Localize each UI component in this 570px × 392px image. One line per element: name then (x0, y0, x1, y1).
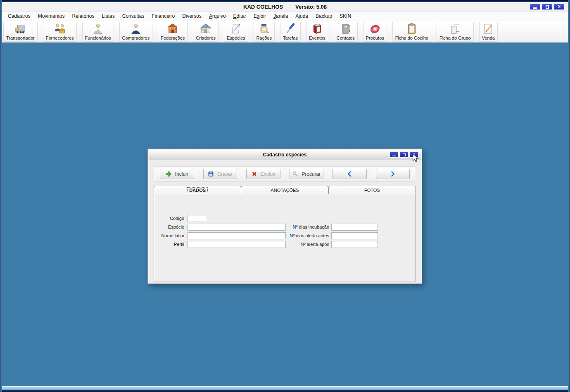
action-button-incluir[interactable]: Incluir (160, 169, 194, 179)
plus-icon (166, 171, 172, 177)
save-disk-icon (208, 171, 214, 177)
toolbar-button-produtos[interactable]: Produtos (363, 22, 387, 42)
toolbar-button-label: Criadores (196, 35, 216, 41)
next-record-button[interactable] (376, 169, 410, 179)
pencil-note-icon (482, 23, 494, 35)
dialog-action-bar: IncluirGravarExcluirProcurar (154, 166, 416, 182)
close-icon: X (413, 153, 415, 157)
input-codigo[interactable] (188, 215, 206, 222)
app-version: Versão: 5.08 (295, 4, 327, 10)
previous-record-button[interactable] (332, 169, 367, 179)
menu-item-exibir[interactable]: Exibir (250, 12, 270, 21)
tab-anotacoes[interactable]: ANOTAÇÕES (241, 186, 328, 194)
toolbar-button-label: Federações (161, 35, 185, 41)
menu-item-relatorios[interactable]: Relatórios (68, 12, 98, 21)
input-n-dias-incubacao[interactable] (331, 224, 378, 231)
toolbar-button-racoes[interactable]: Rações (254, 22, 275, 42)
menu-item-listas[interactable]: Listas (98, 12, 118, 21)
window-frame-right (568, 0, 570, 392)
tab-dados[interactable]: DADOS (154, 186, 241, 194)
field-label-especie: Espécie (154, 223, 184, 231)
form-row: Nome latimNº dias alerta antes (154, 231, 416, 240)
minimize-button[interactable] (530, 4, 541, 10)
note-pen-icon (230, 23, 242, 35)
toolbar-button-tarefas[interactable]: Tarefas (280, 22, 301, 42)
field-label-n-dias-incubacao: Nº dias incubação (286, 223, 329, 231)
tab-label: DADOS (188, 188, 207, 193)
form-row: PerfilNº alerta após (154, 240, 416, 248)
input-especie[interactable] (188, 224, 286, 231)
dialog-title: Cadastro espécies (263, 152, 306, 158)
toolbar-button-transportador[interactable]: Transportador (3, 22, 38, 42)
application-window: KAD COELHOS Versão: 5.08 X CadastrosMovi… (0, 0, 570, 392)
action-button-excluir[interactable]: Excluir (246, 169, 280, 179)
toolbar-button-ficha-do-coelho[interactable]: Ficha do Coelho (392, 22, 431, 42)
toolbar-button-label: Compradores (122, 35, 150, 41)
input-nome-latim[interactable] (188, 232, 286, 239)
clipboard-icon (406, 23, 418, 35)
menu-item-movimentos[interactable]: Movimentos (34, 12, 69, 21)
close-button[interactable]: X (554, 4, 565, 10)
action-button-label: Incluir (175, 171, 188, 177)
delete-x-icon (251, 171, 257, 177)
menu-item-editar[interactable]: Editar (230, 12, 250, 21)
menu-item-diversos[interactable]: Diversos (178, 12, 205, 21)
input-perfil[interactable] (188, 241, 286, 248)
toolbar-button-eventos[interactable]: Eventos (306, 22, 328, 42)
menu-item-skin[interactable]: SKIN (336, 12, 355, 21)
toolbar-button-contatos[interactable]: Contatos (334, 22, 358, 42)
menu-bar: CadastrosMovimentosRelatóriosListasConsu… (2, 12, 568, 21)
toolbar-button-label: Rações (256, 35, 272, 41)
toolbar-button-especies[interactable]: Espécies (224, 22, 248, 42)
window-controls: X (529, 4, 565, 10)
action-button-gravar[interactable]: Gravar (203, 169, 238, 179)
dialog-close-button[interactable]: X (409, 152, 418, 158)
menu-item-financeiro[interactable]: Financeiro (148, 12, 178, 21)
toolbar-button-label: Ficha do Coelho (395, 35, 428, 41)
species-form: CodigoEspécieNº dias incubaçãoNome latim… (154, 214, 416, 249)
buyer-icon (130, 23, 142, 35)
dialog-tabs: DADOSANOTAÇÕESFOTOS (154, 186, 416, 194)
input-n-dias-alerta-antes[interactable] (331, 232, 378, 239)
arrow-left-icon (347, 171, 353, 177)
action-button-label: Procurar (302, 171, 321, 177)
toolbar-button-fornecedores[interactable]: Fornecedores (43, 22, 77, 42)
toolbar-button-criadores[interactable]: Criadores (193, 22, 218, 42)
minimize-icon (392, 156, 396, 156)
form-row: Codigo (154, 214, 416, 222)
dialog-title-bar[interactable]: Cadastro espécies X (149, 150, 421, 160)
maximize-icon (546, 5, 549, 9)
toolbar-button-label: Transportador (6, 35, 35, 41)
menu-item-arquivo[interactable]: Arquivo (205, 12, 230, 21)
menu-item-backup[interactable]: Backup (312, 12, 336, 21)
maximize-button[interactable] (542, 4, 553, 10)
toolbar-button-compradores[interactable]: Compradores (119, 22, 153, 42)
field-label-n-alerta-apos: Nº alerta após (286, 240, 329, 248)
window-frame-left (0, 0, 2, 392)
toolbar-button-federacoes[interactable]: Federações (158, 22, 188, 42)
action-button-procurar[interactable]: Procurar (290, 169, 324, 179)
meat-icon (369, 23, 381, 35)
toolbar-button-venda[interactable]: Venda (479, 22, 498, 42)
menu-item-ajuda[interactable]: Ajuda (292, 12, 312, 21)
dialog-minimize-button[interactable] (390, 152, 399, 158)
tab-fotos[interactable]: FOTOS (328, 186, 416, 194)
screwdriver-icon (284, 23, 297, 35)
field-label-codigo: Codigo (154, 214, 184, 222)
toolbar-button-ficha-do-grupo[interactable]: Ficha do Grupo (437, 22, 474, 42)
close-icon: X (558, 5, 561, 9)
toolbar-button-label: Tarefas (283, 35, 298, 41)
toolbar-button-label: Espécies (227, 35, 245, 41)
minimize-icon (533, 7, 537, 9)
dialog-maximize-button[interactable] (399, 152, 408, 158)
title-bar[interactable]: KAD COELHOS Versão: 5.08 X (2, 2, 568, 12)
window-frame-bottom (0, 386, 570, 392)
toolbar-button-funcionarios[interactable]: Funcionários (82, 22, 114, 42)
menu-item-cadastros[interactable]: Cadastros (4, 12, 34, 21)
menu-item-consultas[interactable]: Consultas (119, 12, 148, 21)
menu-item-janela[interactable]: Janela (270, 12, 292, 21)
federation-building-icon (166, 23, 179, 35)
employee-icon (92, 23, 104, 35)
toolbar-button-label: Eventos (309, 35, 325, 41)
input-n-alerta-apos[interactable] (331, 241, 378, 248)
